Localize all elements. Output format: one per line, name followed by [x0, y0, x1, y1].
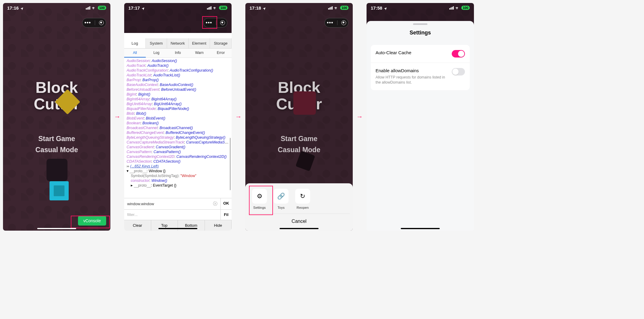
dark-hex-shape	[46, 159, 67, 181]
battery-badge: 100	[340, 6, 349, 10]
flow-arrow-icon: →	[113, 113, 122, 121]
status-bar: 17:16 ᯤ100	[3, 3, 110, 13]
home-indicator	[280, 228, 319, 229]
status-time: 17:16	[7, 5, 19, 10]
battery-badge: 100	[461, 6, 470, 10]
highlight-more	[202, 16, 217, 29]
close-target-icon[interactable]	[341, 20, 346, 25]
home-indicator	[401, 228, 440, 229]
tab-storage[interactable]: Storage	[210, 38, 232, 48]
status-bar: 17:18 ᯤ100	[245, 3, 353, 13]
vconsole-tabs: Log System Network Element Storage	[124, 38, 232, 49]
vconsole-cmd-row: window.windowⓧ OK	[124, 198, 232, 209]
signal-icon	[449, 6, 454, 10]
tab-network[interactable]: Network	[167, 38, 189, 48]
screen-4-settings: <> 17:58 ᯤ100 Settings Auto-Clear Cache …	[367, 3, 474, 231]
sheet-grabber[interactable]	[413, 23, 427, 25]
toggle-auto-clear-cache[interactable]	[452, 50, 465, 58]
location-icon	[141, 5, 145, 10]
signal-icon	[207, 6, 211, 10]
link-icon: 🔗	[277, 193, 285, 200]
tab-system[interactable]: System	[146, 38, 167, 48]
location-icon	[20, 5, 23, 10]
sub-log[interactable]: Log	[146, 49, 167, 58]
tab-element[interactable]: Element	[189, 38, 210, 48]
game-menu: Start Game Casual Mode	[3, 132, 110, 157]
settings-title: Settings	[367, 30, 474, 36]
settings-group: Auto-Clear Cache Enable allowDomains All…	[371, 45, 470, 90]
wifi-icon: ᯤ	[455, 5, 460, 10]
sheet-reopen-button[interactable]: ↻ Reopen	[294, 189, 311, 209]
close-target-icon[interactable]	[220, 20, 225, 25]
vconsole-cmd-input[interactable]: window.windowⓧ	[124, 198, 221, 209]
highlight-settings	[249, 186, 273, 215]
screen-2-vconsole: <> 17:17 ᯤ100 ••• Log System Network Ele…	[124, 3, 232, 231]
sheet-toys-button[interactable]: 🔗 Toys	[272, 189, 290, 209]
screen-1-game: 17:16 ᯤ100 ••• BlockCutter Start Game Ca…	[3, 3, 110, 231]
more-icon[interactable]: •••	[85, 20, 91, 26]
status-time: 17:17	[128, 5, 140, 10]
status-bar: 17:17 ᯤ100	[124, 3, 232, 13]
flow-arrow-icon: →	[355, 113, 364, 121]
vconsole-log[interactable]: AudioSession: AudioSession()AudioTrack: …	[124, 58, 232, 198]
reload-icon: ↻	[300, 193, 305, 200]
action-sheet: ⚙ Settings 🔗 Toys ↻ Reopen Cancel	[245, 183, 353, 231]
status-bar: 17:58 ᯤ100	[367, 3, 474, 13]
status-time: 17:58	[371, 5, 382, 10]
more-icon[interactable]: •••	[327, 20, 334, 26]
start-game-button[interactable]: Start Game	[3, 135, 110, 143]
scroll-indicator[interactable]	[230, 138, 231, 190]
vc-hide-button[interactable]: Hide	[205, 220, 232, 231]
capsule-menu[interactable]: •••	[325, 18, 349, 28]
tab-log[interactable]: Log	[124, 38, 146, 48]
sub-info[interactable]: Info	[167, 49, 189, 58]
flow-arrow-icon: →	[234, 113, 243, 121]
location-icon	[262, 5, 266, 10]
settings-sheet: Settings Auto-Clear Cache Enable allowDo…	[367, 21, 474, 231]
setting-enable-allowdomains: Enable allowDomains Allow HTTP requests …	[371, 63, 470, 90]
vc-clear-button[interactable]: Clear	[124, 220, 151, 231]
clear-input-icon[interactable]: ⓧ	[213, 201, 217, 207]
sub-all[interactable]: All	[124, 49, 146, 58]
toggle-allowdomains[interactable]	[452, 68, 465, 75]
vconsole-filter-button[interactable]: Fil	[221, 210, 232, 220]
capsule-menu[interactable]: •••	[82, 18, 106, 28]
vconsole-panel: Log System Network Element Storage All L…	[124, 33, 232, 231]
battery-badge: 100	[98, 6, 106, 10]
close-target-icon[interactable]	[99, 20, 104, 25]
setting-auto-clear-cache: Auto-Clear Cache	[371, 45, 470, 63]
sub-warn[interactable]: Warn	[189, 49, 210, 58]
wifi-icon: ᯤ	[213, 5, 217, 10]
sub-error[interactable]: Error	[210, 49, 232, 58]
screen-3-actionsheet: <> 17:18 ᯤ100 ••• BlockCutter Start Game…	[245, 3, 353, 231]
wifi-icon: ᯤ	[334, 5, 339, 10]
battery-badge: 100	[219, 6, 227, 10]
vconsole-filter-input[interactable]: filter...	[124, 210, 221, 220]
cyan-block-shape	[49, 181, 69, 200]
vconsole-ok-button[interactable]: OK	[221, 198, 232, 209]
maroon-shape	[293, 91, 316, 115]
location-icon	[383, 5, 387, 10]
game-title: BlockCutter	[3, 79, 110, 112]
vconsole-filter-row: filter... Fil	[124, 209, 232, 220]
vconsole-subtabs: All Log Info Warn Error	[124, 49, 232, 58]
home-indicator	[158, 228, 197, 229]
casual-mode-button[interactable]: Casual Mode	[3, 146, 110, 154]
wifi-icon: ᯤ	[92, 5, 96, 10]
signal-icon	[328, 6, 333, 10]
home-indicator	[37, 228, 76, 229]
status-time: 17:18	[250, 5, 261, 10]
highlight-vconsole	[71, 216, 110, 228]
signal-icon	[86, 6, 90, 10]
